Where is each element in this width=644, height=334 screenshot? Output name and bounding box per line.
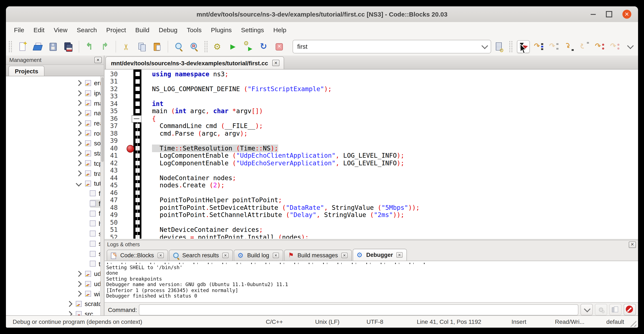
command-history-button[interactable] bbox=[580, 304, 593, 315]
editor-tab-first-cc[interactable]: mnt/dev/tools/source/ns-3-dev/examples/t… bbox=[106, 56, 284, 69]
chevron-right-icon[interactable] bbox=[76, 281, 82, 287]
step-into-button[interactable] bbox=[564, 41, 576, 52]
chevron-right-icon[interactable] bbox=[76, 90, 82, 96]
tree-item-tcp[interactable]: tcp bbox=[6, 158, 101, 168]
debugger-output[interactable]: Setting SHELL to '/bin/sh'doneSetting br… bbox=[104, 264, 638, 302]
tree-item-nam[interactable]: nam bbox=[6, 108, 101, 118]
tree-item-tuto[interactable]: tuto bbox=[6, 178, 101, 188]
next-instruction-button[interactable] bbox=[594, 41, 606, 52]
log-tab-debugger[interactable]: Debugger✕ bbox=[353, 249, 407, 261]
toolbar-grip[interactable] bbox=[204, 41, 208, 52]
breakpoint-margin[interactable] bbox=[118, 174, 142, 182]
chevron-right-icon[interactable] bbox=[76, 120, 82, 126]
code-line-34[interactable]: 34int bbox=[104, 100, 638, 107]
close-icon[interactable]: ✕ bbox=[341, 253, 348, 258]
chevron-right-icon[interactable] bbox=[66, 301, 72, 307]
breakpoint-margin[interactable] bbox=[118, 152, 142, 159]
step-out-button[interactable] bbox=[579, 41, 591, 52]
breakpoint-margin[interactable] bbox=[118, 211, 142, 219]
code-line-32[interactable]: 32NS_LOG_COMPONENT_DEFINE ("FirstScriptE… bbox=[104, 85, 638, 93]
code-line-31[interactable]: 31 bbox=[104, 78, 638, 85]
tree-item-stat[interactable]: stat bbox=[6, 148, 101, 158]
code-line-49[interactable]: 49 pointToPoint.SetChannelAttribute ("De… bbox=[104, 211, 638, 219]
menu-item-file[interactable]: File bbox=[9, 24, 29, 36]
log-tab-code-blocks[interactable]: Code::Blocks✕ bbox=[107, 250, 168, 261]
close-icon[interactable]: ✕ bbox=[396, 252, 402, 258]
breakpoint-margin[interactable] bbox=[118, 233, 142, 239]
tree-item-reall[interactable]: reall bbox=[6, 118, 101, 128]
next-line-button[interactable] bbox=[548, 41, 560, 52]
breakpoint-margin[interactable] bbox=[118, 78, 142, 85]
chevron-down-icon[interactable] bbox=[76, 180, 82, 186]
breakpoint-margin[interactable] bbox=[118, 137, 142, 145]
command-input[interactable] bbox=[139, 304, 578, 315]
cut-button[interactable] bbox=[121, 41, 132, 52]
menu-item-project[interactable]: Project bbox=[102, 24, 130, 36]
breakpoint-margin[interactable] bbox=[118, 85, 142, 93]
code-line-33[interactable]: 33 bbox=[104, 93, 638, 100]
close-icon[interactable]: ✕ bbox=[222, 253, 228, 258]
code-line-41[interactable]: 41 LogComponentEnable ("UdpEchoClientApp… bbox=[104, 152, 638, 159]
resize-grip-icon[interactable] bbox=[628, 318, 636, 327]
log-tab-build-log[interactable]: Build log✕ bbox=[234, 250, 283, 261]
tab-projects[interactable]: Projects bbox=[8, 66, 45, 76]
toolbar-grip[interactable] bbox=[509, 41, 512, 52]
menu-item-tools[interactable]: Tools bbox=[182, 24, 206, 36]
menu-item-settings[interactable]: Settings bbox=[236, 24, 269, 36]
breakpoint-margin[interactable] bbox=[118, 196, 142, 204]
title-bar[interactable]: mnt/dev/tools/source/ns-3-dev/examples/t… bbox=[6, 6, 638, 23]
code-line-51[interactable]: 51 NetDeviceContainer devices; bbox=[104, 226, 638, 233]
tree-item-wire[interactable]: wire bbox=[6, 289, 101, 299]
menu-item-debug[interactable]: Debug bbox=[154, 24, 182, 36]
undo-button[interactable] bbox=[84, 41, 96, 52]
tree-scrollbar[interactable] bbox=[100, 76, 104, 316]
chevron-right-icon[interactable] bbox=[76, 170, 82, 176]
tree-item-fif[interactable]: fif bbox=[6, 188, 101, 198]
menu-item-edit[interactable]: Edit bbox=[29, 24, 49, 36]
tree-item-ipv6[interactable]: ipv6 bbox=[6, 88, 101, 98]
debug-settings-button[interactable] bbox=[595, 304, 607, 315]
maximize-button[interactable] bbox=[606, 11, 612, 17]
code-line-44[interactable]: 44 NodeContainer nodes; bbox=[104, 174, 638, 182]
close-button[interactable]: ✕ bbox=[622, 10, 631, 19]
chevron-right-icon[interactable] bbox=[76, 271, 82, 277]
code-line-45[interactable]: 45 nodes.Create (2); bbox=[104, 182, 638, 189]
chevron-right-icon[interactable] bbox=[76, 80, 82, 86]
breakpoint-margin[interactable] bbox=[118, 159, 142, 167]
close-icon[interactable]: ✕ bbox=[629, 241, 636, 248]
chevron-right-icon[interactable] bbox=[76, 110, 82, 116]
save-all-button[interactable] bbox=[62, 41, 74, 52]
tree-item-sock[interactable]: sock bbox=[6, 138, 101, 148]
open-log-file-button[interactable] bbox=[609, 304, 622, 315]
menu-item-plugins[interactable]: Plugins bbox=[206, 24, 236, 36]
toolbar-overflow-chevron-icon[interactable] bbox=[627, 43, 634, 49]
code-line-48[interactable]: 48 pointToPoint.SetDeviceAttribute ("Dat… bbox=[104, 204, 638, 211]
code-line-42[interactable]: 42 LogComponentEnable ("UdpEchoServerApp… bbox=[104, 159, 638, 167]
code-line-35[interactable]: 35main (int argc, char *argv[]) bbox=[104, 107, 638, 115]
paste-button[interactable] bbox=[151, 41, 163, 52]
abort-build-button[interactable] bbox=[273, 41, 285, 52]
new-file-button[interactable] bbox=[16, 41, 28, 52]
breakpoint-margin[interactable] bbox=[118, 100, 142, 107]
close-icon[interactable]: ✕ bbox=[272, 60, 280, 66]
build-and-run-button[interactable] bbox=[242, 41, 254, 52]
menu-item-help[interactable]: Help bbox=[269, 24, 291, 36]
code-line-40[interactable]: 40 Time::SetResolution (Time::NS); bbox=[104, 145, 638, 152]
fold-marker-icon[interactable] bbox=[132, 115, 142, 123]
minimize-button[interactable] bbox=[591, 14, 596, 15]
breakpoint-margin[interactable] bbox=[118, 130, 142, 137]
code-line-37[interactable]: 37 CommandLine cmd (__FILE__); bbox=[104, 122, 638, 130]
step-into-instruction-button[interactable] bbox=[609, 41, 621, 52]
breakpoint-margin[interactable] bbox=[118, 70, 142, 78]
tree-item-udp-[interactable]: udp- bbox=[6, 279, 101, 289]
log-tab-search-results[interactable]: Search results✕ bbox=[169, 250, 233, 261]
tree-item-fir[interactable]: fir bbox=[6, 199, 101, 209]
log-tab-build-messages[interactable]: Build messages✕ bbox=[284, 250, 352, 261]
breakpoint-margin[interactable] bbox=[118, 226, 142, 233]
tree-item-src[interactable]: src bbox=[6, 309, 101, 316]
chevron-right-icon[interactable] bbox=[76, 130, 82, 136]
tree-item-se[interactable]: se bbox=[6, 239, 101, 249]
tree-item-udp[interactable]: udp bbox=[6, 269, 101, 279]
redo-button[interactable] bbox=[99, 41, 111, 52]
chevron-right-icon[interactable] bbox=[66, 311, 72, 316]
